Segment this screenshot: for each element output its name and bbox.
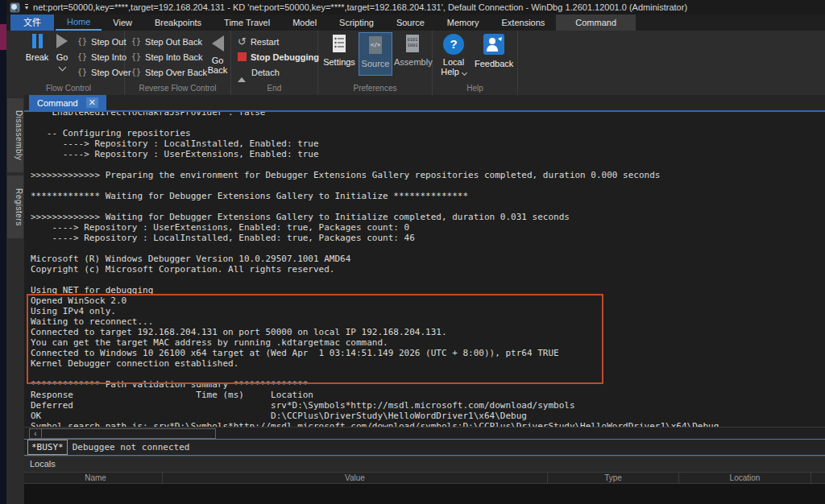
step-into-icon: {} [77,52,87,61]
step-out-back-button[interactable]: {} Step Out Back [131,34,202,49]
console-line [31,159,825,170]
local-help-chevron-icon [462,70,467,76]
column-header-name[interactable]: Name [29,473,163,483]
settings-button[interactable]: Settings [321,34,357,67]
assembly-icon: 0101 1001 [404,34,421,53]
restart-button[interactable]: ↺ Restart [238,34,279,49]
console-line: Symbol search path is: srv*D:\Symbols*ht… [31,421,825,427]
column-header-value[interactable]: Value [163,473,548,483]
document-tab-bar: Command ✕ [24,95,825,112]
console-line: ----> Repository : UserExtensions, Enabl… [31,149,825,159]
console-line [31,201,825,212]
group-reverse-flow-control: {} Step Out Back {} Step Into Back {} St… [125,31,231,95]
window-title: net:port=50000,key=****,target=192.168.2… [33,2,687,12]
horizontal-scrollbar[interactable]: ‹ [24,427,825,439]
ribbon: Break Go {} Step Out {} Step Into {} Ste… [6,31,825,95]
console-line: Deferred srv*D:\Symbols*http://msdl.micr… [31,400,825,411]
column-header-type[interactable]: Type [548,473,679,483]
local-help-button[interactable]: ? Local Help [437,34,470,76]
scrollbar-thumb[interactable]: ‹ [29,428,216,439]
locals-table-header: Name Value Type Location [24,472,825,484]
console-line: Connected to Windows 10 26100 x64 target… [31,348,825,358]
console-line [31,118,825,128]
tab-view[interactable]: View [102,14,143,31]
console-line: ************* Path validation summary **… [31,379,825,390]
column-header-filler [811,473,825,483]
assembly-mode-button[interactable]: 0101 1001 Assembly [394,34,431,67]
step-over-back-icon: {} [131,68,141,76]
tab-source[interactable]: Source [385,14,436,31]
go-dropdown-chevron-icon[interactable] [58,64,66,72]
tab-extensions[interactable]: Extensions [491,14,557,31]
command-input[interactable]: Debuggee not connected [68,440,825,455]
quick-access-caret-icon[interactable]: ▾ [25,4,28,10]
step-into-back-button[interactable]: {} Step Into Back [131,49,203,64]
scroll-left-icon[interactable]: ‹ [30,429,42,438]
step-over-button[interactable]: {} Step Over [77,64,131,80]
tab-time-travel[interactable]: Time Travel [213,14,281,31]
console-line [31,369,825,379]
console-line: >>>>>>>>>>>>> Preparing the environment … [31,170,825,180]
close-icon[interactable]: ✕ [86,97,98,108]
ribbon-tab-row: 文件 Home View Breakpoints Time Travel Mod… [6,14,825,31]
console-line: EnableRedirectToChakraJsProvider : false [31,112,825,118]
go-icon [56,34,68,48]
group-preferences: Settings </> Source 0101 1001 Assembly P… [318,31,433,95]
tab-breakpoints[interactable]: Breakpoints [143,14,213,31]
background-strip [0,0,6,504]
side-tab-registers[interactable]: Registers [7,176,23,238]
source-mode-button[interactable]: </> Source [359,32,392,76]
stop-icon [238,52,247,61]
tab-command[interactable]: Command [556,14,636,31]
group-help: ? Local Help Feedback Help [433,31,518,95]
locals-table-body [24,484,825,504]
console-line: OK D:\CCPlus\DriverStudy\HelloWordDriver… [31,411,825,421]
command-window: Command ✕ EnableRedirectToChakraJsProvid… [24,95,825,504]
group-end: ↺ Restart Stop Debugging Detach End [231,31,318,95]
go-button[interactable]: Go [52,34,73,72]
stop-debugging-button[interactable]: Stop Debugging [238,49,319,64]
console-line: ----> Repository : LocalInstalled, Enabl… [31,138,825,149]
console-line [31,243,825,254]
feedback-icon [483,34,504,55]
break-button[interactable]: Break [19,34,55,62]
tab-model[interactable]: Model [281,14,328,31]
console-line: Response Time (ms) Location [31,390,825,400]
tab-home[interactable]: Home [56,14,102,31]
go-back-icon [212,35,224,52]
step-over-icon: {} [77,68,87,76]
command-doc-tab-label: Command [37,98,78,108]
svg-text:0101: 0101 [407,37,417,42]
group-flow-control: Break Go {} Step Out {} Step Into {} Ste… [13,31,125,95]
background-accent [0,24,6,50]
tab-file[interactable]: 文件 [10,14,54,31]
side-tab-disassembly[interactable]: Disassembly [7,98,23,172]
step-into-button[interactable]: {} Step Into [77,49,126,64]
go-back-button[interactable]: Go Back [205,35,230,75]
source-icon: </> [367,35,383,55]
command-doc-tab[interactable]: Command ✕ [29,95,106,110]
tab-scripting[interactable]: Scripting [328,14,385,31]
feedback-button[interactable]: Feedback [475,34,513,68]
busy-badge: *BUSY* [27,440,68,455]
console-line [31,275,825,285]
svg-text:</>: </> [371,42,381,48]
svg-text:1001: 1001 [407,43,417,48]
detach-icon [238,68,247,77]
console-output[interactable]: EnableRedirectToChakraJsProvider : false… [24,112,825,427]
console-line: You can get the target MAC address by ru… [31,337,825,348]
tab-memory[interactable]: Memory [436,14,491,31]
console-line: Connected to target 192.168.204.131 on p… [31,327,825,337]
detach-button[interactable]: Detach [238,64,280,80]
windbg-window: ▾ net:port=50000,key=****,target=192.168… [0,0,825,504]
column-header-location[interactable]: Location [679,473,811,483]
help-question-icon: ? [443,34,464,55]
settings-icon [331,34,347,53]
console-line: Using NET for debugging [31,285,825,295]
step-out-button[interactable]: {} Step Out [77,34,126,49]
console-line: ************* Waiting for Debugger Exten… [31,191,825,201]
console-line: -- Configuring repositories [31,128,825,138]
console-line: Copyright (c) Microsoft Corporation. All… [31,264,825,275]
step-over-back-button[interactable]: {} Step Over Back [131,64,207,80]
locals-panel-title: Locals [24,456,825,472]
